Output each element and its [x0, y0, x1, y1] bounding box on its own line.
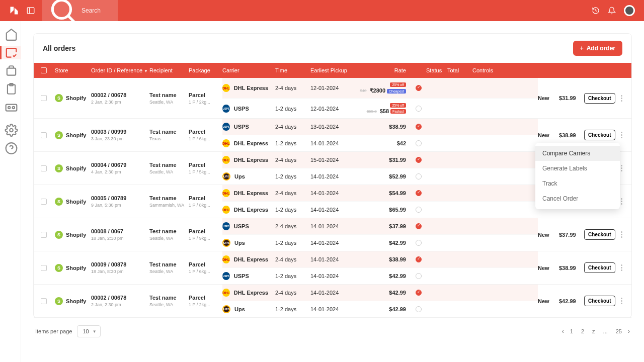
svg-point-9: [12, 107, 14, 109]
carrier-option[interactable]: DHL DHL Express 1-2 days 14-01-2024 $42: [222, 135, 538, 151]
col-recipient[interactable]: Recipient: [149, 67, 189, 73]
more-actions-button[interactable]: [619, 263, 624, 273]
carrier-radio[interactable]: [416, 157, 422, 163]
carrier-radio[interactable]: [416, 124, 422, 130]
col-store[interactable]: Store: [55, 67, 91, 73]
row-checkbox[interactable]: [41, 265, 47, 271]
carrier-option[interactable]: USPS USPS 1-2 days 12-01-2024 25% off $6…: [222, 99, 538, 118]
avatar[interactable]: [624, 5, 635, 16]
carrier-option[interactable]: DHL DHL Express 2-4 days 14-01-2024 $54.…: [222, 185, 538, 202]
carrier-name: Ups: [234, 306, 275, 312]
more-actions-button[interactable]: [619, 131, 624, 140]
page-number[interactable]: ...: [603, 328, 608, 334]
row-checkbox[interactable]: [41, 232, 47, 238]
carrier-option[interactable]: DHL DHL Express 2-4 days 14-01-2024 $42.…: [222, 285, 538, 301]
next-page-button[interactable]: ›: [628, 328, 630, 335]
checkout-button[interactable]: Checkout: [584, 229, 615, 240]
more-actions-button[interactable]: [619, 230, 624, 239]
carrier-option[interactable]: DHL DHL Express 2-4 days 14-01-2024 $38.…: [222, 251, 538, 268]
col-rate[interactable]: Rate: [361, 67, 411, 73]
checkout-button[interactable]: Checkout: [584, 93, 615, 104]
package-detail: 1 P / 9kg...: [189, 236, 222, 241]
row-checkbox[interactable]: [41, 132, 47, 138]
items-per-page-select[interactable]: 10 ▼: [77, 325, 100, 337]
page-number[interactable]: 2: [581, 328, 584, 334]
row-checkbox[interactable]: [41, 165, 47, 171]
sidebar-item-products[interactable]: [0, 64, 21, 77]
sidebar-item-help[interactable]: [0, 142, 21, 155]
row-checkbox[interactable]: [41, 199, 47, 205]
checkout-button[interactable]: Checkout: [584, 130, 615, 140]
carrier-radio[interactable]: [416, 306, 422, 312]
sidebar-item-hub[interactable]: [0, 101, 21, 114]
add-order-button[interactable]: + Add order: [573, 41, 622, 56]
more-actions-button[interactable]: [619, 297, 624, 306]
checkout-button[interactable]: Checkout: [584, 296, 615, 306]
carrier-radio[interactable]: [416, 256, 422, 262]
carrier-radio[interactable]: [416, 140, 422, 146]
dropdown-item[interactable]: Generate Labels: [535, 161, 620, 176]
col-time[interactable]: Time: [275, 67, 310, 73]
dropdown-item[interactable]: Compare Carriers: [535, 146, 620, 161]
col-status[interactable]: Status: [426, 67, 447, 73]
bell-icon[interactable]: [608, 7, 616, 15]
row-checkbox[interactable]: [41, 95, 47, 101]
carrier-radio[interactable]: [416, 273, 422, 279]
col-package[interactable]: Package: [189, 67, 222, 73]
more-actions-button[interactable]: [619, 197, 624, 206]
package-type: Parcel: [189, 162, 222, 168]
sidebar-item-clipboard[interactable]: [0, 82, 21, 96]
carrier-option[interactable]: UPS Ups 1-2 days 14-01-2024 $42.99: [222, 235, 538, 251]
shopify-icon: S: [55, 297, 63, 305]
table-row: S Shopify 00002 / 00678 2 Jan, 2:30 pm T…: [34, 78, 631, 119]
dropdown-item[interactable]: Track: [535, 176, 620, 191]
sidebar-item-settings[interactable]: [0, 124, 21, 137]
carrier-radio[interactable]: [416, 190, 422, 196]
dropdown-item[interactable]: Cancel Order: [535, 191, 620, 206]
carrier-option[interactable]: UPS Ups 1-2 days 14-01-2024 $52.99: [222, 168, 538, 185]
carrier-radio[interactable]: [416, 207, 422, 213]
col-carrier[interactable]: Carrier: [222, 67, 275, 73]
sidebar-toggle-icon[interactable]: [26, 6, 35, 15]
col-order[interactable]: Order ID / Reference▼: [91, 67, 149, 73]
more-actions-button[interactable]: [619, 164, 624, 173]
history-icon[interactable]: [592, 7, 600, 15]
sidebar-item-orders[interactable]: [0, 46, 21, 59]
page-number[interactable]: 1: [570, 328, 573, 334]
carrier-option[interactable]: DHL DHL Express 2-4 days 15-01-2024 $31.…: [222, 152, 538, 168]
carrier-option[interactable]: USPS USPS 2-4 days 14-01-2024 $37.99: [222, 218, 538, 235]
select-all-checkbox[interactable]: [41, 67, 47, 73]
carrier-radio[interactable]: [416, 106, 422, 112]
row-checkbox[interactable]: [41, 298, 47, 304]
prev-page-button[interactable]: ‹: [562, 328, 564, 335]
page-number[interactable]: 25: [616, 328, 622, 334]
carrier-pickup: 12-01-2024: [310, 106, 361, 112]
order-status: New: [538, 232, 559, 238]
page-number[interactable]: z: [592, 328, 595, 334]
carrier-option[interactable]: UPS Ups 1-2 days 14-01-2024 $42.99: [222, 301, 538, 317]
carrier-option[interactable]: USPS USPS 2-4 days 13-01-2024 $38.99: [222, 119, 538, 135]
sort-desc-icon: ▼: [144, 69, 148, 73]
carrier-radio[interactable]: [416, 290, 422, 296]
carrier-radio[interactable]: [416, 240, 422, 246]
search-input[interactable]: [82, 7, 113, 14]
carrier-option[interactable]: USPS USPS 1-2 days 14-01-2024 $42.99: [222, 268, 538, 284]
sidebar-item-home[interactable]: [0, 28, 21, 41]
carrier-option[interactable]: DHL DHL Express 2-4 days 12-01-2024 25% …: [222, 78, 538, 99]
carrier-radio[interactable]: [416, 85, 422, 91]
shopify-icon: S: [55, 198, 63, 206]
carrier-name: DHL Express: [234, 85, 275, 91]
carrier-rate: $42.99: [389, 290, 406, 296]
carrier-radio[interactable]: [416, 223, 422, 229]
store-name: Shopify: [66, 298, 86, 304]
carrier-name: USPS: [234, 106, 275, 112]
carrier-rate: $38.99: [389, 256, 406, 262]
checkout-button[interactable]: Checkout: [584, 262, 615, 273]
col-total[interactable]: Total: [447, 67, 472, 73]
more-actions-button[interactable]: [619, 94, 624, 103]
carrier-name: DHL Express: [234, 190, 275, 196]
col-controls[interactable]: Controls: [472, 67, 513, 73]
col-pickup[interactable]: Earliest Pickup: [310, 67, 361, 73]
carrier-radio[interactable]: [416, 173, 422, 179]
carrier-option[interactable]: DHL DHL Express 1-2 days 14-01-2024 $65.…: [222, 202, 538, 218]
